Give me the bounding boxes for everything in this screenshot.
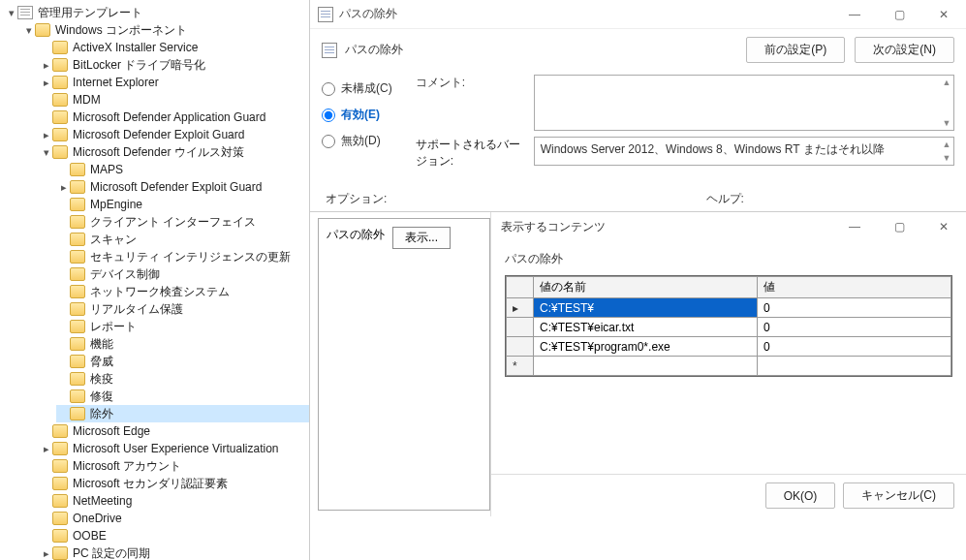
- radio-disabled-input[interactable]: [322, 135, 335, 148]
- grid-row[interactable]: C:¥TEST¥program0*.exe 0: [507, 337, 951, 357]
- radio-unconfigured-label: 未構成(C): [341, 80, 392, 97]
- chevron-right-icon[interactable]: ▸: [41, 443, 52, 454]
- radio-enabled-input[interactable]: [322, 109, 335, 122]
- chevron-right-icon[interactable]: ▸: [58, 181, 70, 193]
- tree-node-mdm[interactable]: MDM: [39, 91, 309, 109]
- radio-unconfigured[interactable]: 未構成(C): [322, 80, 392, 97]
- dialog-cancel-button[interactable]: キャンセル(C): [843, 482, 954, 509]
- tree-pane[interactable]: ▾ 管理用テンプレート ▾ Windows コンポーネント: [0, 0, 310, 560]
- grid-cell-name[interactable]: C:¥TEST¥eicar.txt: [534, 318, 758, 337]
- grid-cell-value[interactable]: 0: [758, 298, 951, 318]
- values-grid[interactable]: 値の名前 値 ▸ C:¥TEST¥ 0: [505, 275, 952, 377]
- grid-cell-value-empty[interactable]: [758, 357, 951, 376]
- tree-label: Microsoft Edge: [71, 424, 152, 438]
- tree-node-ms-2fa[interactable]: Microsoft セカンダリ認証要素: [39, 475, 309, 492]
- grid-cell-value[interactable]: 0: [758, 318, 951, 337]
- chevron-down-icon[interactable]: ▾: [41, 146, 52, 158]
- tree-node-ie[interactable]: ▸Internet Explorer: [39, 74, 309, 91]
- grid-header-value[interactable]: 値: [758, 277, 951, 298]
- folder-icon: [70, 180, 85, 194]
- grid-row-selector[interactable]: ▸: [507, 298, 534, 318]
- radio-disabled[interactable]: 無効(D): [322, 133, 392, 149]
- folder-icon: [70, 250, 85, 264]
- tree-node-features[interactable]: 機能: [56, 335, 309, 353]
- tree-node-mdav[interactable]: ▾Microsoft Defender ウイルス対策: [39, 143, 309, 161]
- tree-label: デバイス制御: [88, 266, 162, 283]
- chevron-right-icon[interactable]: ▸: [41, 59, 52, 71]
- grid-new-row[interactable]: *: [507, 357, 951, 376]
- folder-icon: [70, 215, 85, 229]
- tree-root-admin-templates[interactable]: ▾ 管理用テンプレート: [4, 4, 309, 21]
- radio-enabled[interactable]: 有効(E): [322, 107, 392, 123]
- grid-cell-name[interactable]: C:¥TEST¥program0*.exe: [534, 337, 758, 357]
- tree-node-threat[interactable]: 脅威: [56, 353, 309, 370]
- show-contents-button[interactable]: 表示...: [392, 227, 451, 249]
- chevron-down-icon[interactable]: ▾: [23, 24, 35, 36]
- tree-node-repair[interactable]: 修復: [56, 388, 309, 405]
- folder-icon: [35, 23, 50, 37]
- tree-node-mdeg2[interactable]: ▸Microsoft Defender Exploit Guard: [56, 178, 309, 196]
- tree-node-activex[interactable]: ActiveX Installer Service: [39, 39, 309, 56]
- tree-node-realtime[interactable]: リアルタイム保護: [56, 300, 309, 318]
- tree-node-client-interface[interactable]: クライアント インターフェイス: [56, 213, 309, 231]
- window-close-button[interactable]: ✕: [921, 0, 966, 29]
- tree-node-mdeg[interactable]: ▸Microsoft Defender Exploit Guard: [39, 126, 309, 143]
- comment-textarea[interactable]: ▲▼: [534, 75, 954, 131]
- tree-node-maps[interactable]: MAPS: [56, 161, 309, 178]
- scroll-up-icon[interactable]: ▲: [941, 139, 952, 150]
- window-minimize-button[interactable]: —: [832, 0, 877, 29]
- grid-row-selector[interactable]: [507, 337, 534, 357]
- tree-node-oobe[interactable]: OOBE: [39, 527, 309, 544]
- tree-node-pcsync[interactable]: ▸PC 設定の同期: [39, 544, 309, 560]
- next-setting-button[interactable]: 次の設定(N): [855, 37, 954, 63]
- window-maximize-button[interactable]: ▢: [877, 0, 921, 29]
- policy-tree[interactable]: ▾ 管理用テンプレート ▾ Windows コンポーネント: [0, 4, 309, 560]
- tree-node-mdag[interactable]: Microsoft Defender Application Guard: [39, 109, 309, 126]
- tree-node-report[interactable]: レポート: [56, 318, 309, 335]
- tree-label: 検疫: [88, 371, 115, 388]
- grid-new-row-marker[interactable]: *: [507, 357, 534, 376]
- tree-label: スキャン: [88, 232, 139, 248]
- grid-row[interactable]: C:¥TEST¥eicar.txt 0: [507, 318, 951, 337]
- radio-unconfigured-input[interactable]: [322, 82, 335, 96]
- tree-node-ms-account[interactable]: Microsoft アカウント: [39, 457, 309, 475]
- tree-node-security-intel[interactable]: セキュリティ インテリジェンスの更新: [56, 248, 309, 265]
- tree-node-uev[interactable]: ▸Microsoft User Experience Virtualizatio…: [39, 440, 309, 457]
- previous-setting-button[interactable]: 前の設定(P): [746, 37, 845, 63]
- dialog-ok-button[interactable]: OK(O): [765, 482, 836, 509]
- dialog-maximize-button[interactable]: ▢: [877, 212, 921, 241]
- options-section-label: オプション:: [326, 191, 571, 207]
- tree-node-windows-components[interactable]: ▾ Windows コンポーネント: [21, 21, 309, 39]
- folder-icon: [52, 41, 68, 54]
- chevron-right-icon[interactable]: ▸: [41, 129, 52, 140]
- tree-node-quarantine[interactable]: 検疫: [56, 370, 309, 388]
- tree-node-onedrive[interactable]: OneDrive: [39, 510, 309, 527]
- scroll-up-icon[interactable]: ▲: [941, 77, 952, 88]
- grid-row-selector[interactable]: [507, 318, 534, 337]
- tree-label: Internet Explorer: [71, 76, 161, 89]
- tree-node-exclusion[interactable]: 除外: [56, 405, 309, 422]
- chevron-right-icon[interactable]: ▸: [41, 77, 52, 88]
- dialog-close-button[interactable]: ✕: [921, 212, 966, 241]
- tree-node-edge[interactable]: Microsoft Edge: [39, 422, 309, 440]
- tree-node-bitlocker[interactable]: ▸BitLocker ドライブ暗号化: [39, 56, 309, 74]
- tree-node-mpengine[interactable]: MpEngine: [56, 196, 309, 213]
- scroll-down-icon[interactable]: ▼: [941, 152, 952, 164]
- grid-cell-name-empty[interactable]: [534, 357, 758, 376]
- options-panel: パスの除外 表示...: [318, 218, 490, 511]
- grid-header-name[interactable]: 値の名前: [534, 277, 758, 298]
- scroll-down-icon[interactable]: ▼: [941, 117, 952, 129]
- folder-icon: [70, 302, 85, 316]
- tree-node-netmeeting[interactable]: NetMeeting: [39, 492, 309, 510]
- tree-node-network-inspection[interactable]: ネットワーク検査システム: [56, 283, 309, 300]
- chevron-right-icon[interactable]: ▸: [41, 547, 52, 559]
- tree-node-scan[interactable]: スキャン: [56, 231, 309, 248]
- dialog-title: 表示するコンテンツ: [501, 219, 832, 235]
- grid-cell-name[interactable]: C:¥TEST¥: [534, 298, 758, 318]
- grid-row[interactable]: ▸ C:¥TEST¥ 0: [507, 298, 951, 318]
- show-contents-dialog: 表示するコンテンツ — ▢ ✕ パスの除外: [490, 212, 966, 516]
- dialog-minimize-button[interactable]: —: [832, 212, 877, 241]
- chevron-down-icon[interactable]: ▾: [6, 7, 17, 18]
- grid-cell-value[interactable]: 0: [758, 337, 951, 357]
- tree-node-device-control[interactable]: デバイス制御: [56, 265, 309, 283]
